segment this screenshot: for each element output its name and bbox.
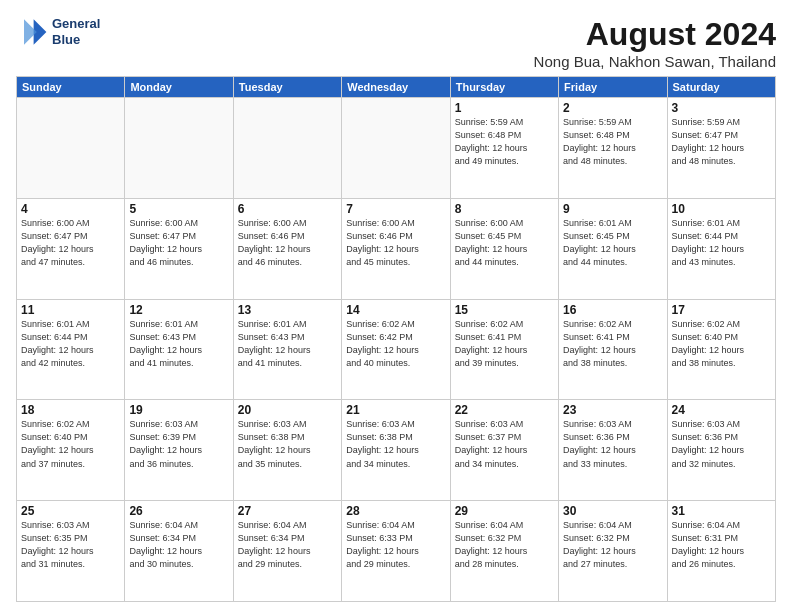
day-info: Sunrise: 6:03 AM Sunset: 6:35 PM Dayligh… [21, 519, 120, 571]
calendar-cell: 26Sunrise: 6:04 AM Sunset: 6:34 PM Dayli… [125, 501, 233, 602]
day-info: Sunrise: 6:04 AM Sunset: 6:32 PM Dayligh… [455, 519, 554, 571]
day-number: 13 [238, 303, 337, 317]
day-info: Sunrise: 6:02 AM Sunset: 6:42 PM Dayligh… [346, 318, 445, 370]
week-row-2: 11Sunrise: 6:01 AM Sunset: 6:44 PM Dayli… [17, 299, 776, 400]
day-number: 25 [21, 504, 120, 518]
day-number: 31 [672, 504, 771, 518]
day-info: Sunrise: 6:01 AM Sunset: 6:43 PM Dayligh… [238, 318, 337, 370]
day-number: 9 [563, 202, 662, 216]
calendar-cell [342, 98, 450, 199]
day-info: Sunrise: 6:04 AM Sunset: 6:32 PM Dayligh… [563, 519, 662, 571]
day-number: 19 [129, 403, 228, 417]
calendar-cell: 8Sunrise: 6:00 AM Sunset: 6:45 PM Daylig… [450, 198, 558, 299]
day-info: Sunrise: 5:59 AM Sunset: 6:48 PM Dayligh… [563, 116, 662, 168]
day-info: Sunrise: 6:03 AM Sunset: 6:37 PM Dayligh… [455, 418, 554, 470]
day-number: 6 [238, 202, 337, 216]
day-info: Sunrise: 6:03 AM Sunset: 6:39 PM Dayligh… [129, 418, 228, 470]
week-row-1: 4Sunrise: 6:00 AM Sunset: 6:47 PM Daylig… [17, 198, 776, 299]
calendar-cell [17, 98, 125, 199]
day-number: 30 [563, 504, 662, 518]
week-row-4: 25Sunrise: 6:03 AM Sunset: 6:35 PM Dayli… [17, 501, 776, 602]
calendar-cell: 17Sunrise: 6:02 AM Sunset: 6:40 PM Dayli… [667, 299, 775, 400]
day-number: 12 [129, 303, 228, 317]
day-info: Sunrise: 6:00 AM Sunset: 6:47 PM Dayligh… [129, 217, 228, 269]
calendar-cell [125, 98, 233, 199]
calendar-cell: 20Sunrise: 6:03 AM Sunset: 6:38 PM Dayli… [233, 400, 341, 501]
weekday-header-saturday: Saturday [667, 77, 775, 98]
day-info: Sunrise: 5:59 AM Sunset: 6:48 PM Dayligh… [455, 116, 554, 168]
day-number: 18 [21, 403, 120, 417]
day-number: 22 [455, 403, 554, 417]
day-number: 21 [346, 403, 445, 417]
day-info: Sunrise: 6:02 AM Sunset: 6:41 PM Dayligh… [455, 318, 554, 370]
day-info: Sunrise: 6:01 AM Sunset: 6:44 PM Dayligh… [21, 318, 120, 370]
calendar-cell: 25Sunrise: 6:03 AM Sunset: 6:35 PM Dayli… [17, 501, 125, 602]
logo: General Blue [16, 16, 100, 48]
title-block: August 2024 Nong Bua, Nakhon Sawan, Thai… [534, 16, 776, 70]
day-info: Sunrise: 5:59 AM Sunset: 6:47 PM Dayligh… [672, 116, 771, 168]
day-info: Sunrise: 6:04 AM Sunset: 6:31 PM Dayligh… [672, 519, 771, 571]
day-number: 20 [238, 403, 337, 417]
day-number: 10 [672, 202, 771, 216]
calendar-cell: 16Sunrise: 6:02 AM Sunset: 6:41 PM Dayli… [559, 299, 667, 400]
calendar-cell: 29Sunrise: 6:04 AM Sunset: 6:32 PM Dayli… [450, 501, 558, 602]
day-number: 28 [346, 504, 445, 518]
calendar-cell: 23Sunrise: 6:03 AM Sunset: 6:36 PM Dayli… [559, 400, 667, 501]
day-number: 4 [21, 202, 120, 216]
day-info: Sunrise: 6:03 AM Sunset: 6:36 PM Dayligh… [672, 418, 771, 470]
day-number: 3 [672, 101, 771, 115]
calendar-cell: 21Sunrise: 6:03 AM Sunset: 6:38 PM Dayli… [342, 400, 450, 501]
calendar-cell: 27Sunrise: 6:04 AM Sunset: 6:34 PM Dayli… [233, 501, 341, 602]
weekday-header-friday: Friday [559, 77, 667, 98]
day-info: Sunrise: 6:04 AM Sunset: 6:33 PM Dayligh… [346, 519, 445, 571]
day-number: 8 [455, 202, 554, 216]
calendar-cell: 1Sunrise: 5:59 AM Sunset: 6:48 PM Daylig… [450, 98, 558, 199]
day-info: Sunrise: 6:00 AM Sunset: 6:46 PM Dayligh… [346, 217, 445, 269]
week-row-0: 1Sunrise: 5:59 AM Sunset: 6:48 PM Daylig… [17, 98, 776, 199]
day-number: 26 [129, 504, 228, 518]
day-info: Sunrise: 6:02 AM Sunset: 6:40 PM Dayligh… [21, 418, 120, 470]
day-number: 16 [563, 303, 662, 317]
calendar-cell: 9Sunrise: 6:01 AM Sunset: 6:45 PM Daylig… [559, 198, 667, 299]
calendar-cell: 15Sunrise: 6:02 AM Sunset: 6:41 PM Dayli… [450, 299, 558, 400]
weekday-header-wednesday: Wednesday [342, 77, 450, 98]
day-number: 2 [563, 101, 662, 115]
day-number: 7 [346, 202, 445, 216]
weekday-header-row: SundayMondayTuesdayWednesdayThursdayFrid… [17, 77, 776, 98]
day-info: Sunrise: 6:02 AM Sunset: 6:40 PM Dayligh… [672, 318, 771, 370]
page: General Blue August 2024 Nong Bua, Nakho… [0, 0, 792, 612]
day-info: Sunrise: 6:02 AM Sunset: 6:41 PM Dayligh… [563, 318, 662, 370]
calendar-cell: 14Sunrise: 6:02 AM Sunset: 6:42 PM Dayli… [342, 299, 450, 400]
calendar-cell: 13Sunrise: 6:01 AM Sunset: 6:43 PM Dayli… [233, 299, 341, 400]
calendar-cell: 5Sunrise: 6:00 AM Sunset: 6:47 PM Daylig… [125, 198, 233, 299]
calendar-table: SundayMondayTuesdayWednesdayThursdayFrid… [16, 76, 776, 602]
day-number: 15 [455, 303, 554, 317]
calendar-cell: 31Sunrise: 6:04 AM Sunset: 6:31 PM Dayli… [667, 501, 775, 602]
calendar-cell: 4Sunrise: 6:00 AM Sunset: 6:47 PM Daylig… [17, 198, 125, 299]
weekday-header-tuesday: Tuesday [233, 77, 341, 98]
calendar-cell: 2Sunrise: 5:59 AM Sunset: 6:48 PM Daylig… [559, 98, 667, 199]
day-info: Sunrise: 6:04 AM Sunset: 6:34 PM Dayligh… [238, 519, 337, 571]
day-number: 24 [672, 403, 771, 417]
day-number: 23 [563, 403, 662, 417]
calendar-cell: 30Sunrise: 6:04 AM Sunset: 6:32 PM Dayli… [559, 501, 667, 602]
day-number: 5 [129, 202, 228, 216]
day-info: Sunrise: 6:03 AM Sunset: 6:38 PM Dayligh… [238, 418, 337, 470]
logo-text: General Blue [52, 16, 100, 47]
sub-title: Nong Bua, Nakhon Sawan, Thailand [534, 53, 776, 70]
day-info: Sunrise: 6:03 AM Sunset: 6:36 PM Dayligh… [563, 418, 662, 470]
weekday-header-sunday: Sunday [17, 77, 125, 98]
day-info: Sunrise: 6:01 AM Sunset: 6:44 PM Dayligh… [672, 217, 771, 269]
day-number: 27 [238, 504, 337, 518]
calendar-cell: 24Sunrise: 6:03 AM Sunset: 6:36 PM Dayli… [667, 400, 775, 501]
calendar-cell: 19Sunrise: 6:03 AM Sunset: 6:39 PM Dayli… [125, 400, 233, 501]
day-info: Sunrise: 6:00 AM Sunset: 6:45 PM Dayligh… [455, 217, 554, 269]
main-title: August 2024 [534, 16, 776, 53]
calendar-cell: 6Sunrise: 6:00 AM Sunset: 6:46 PM Daylig… [233, 198, 341, 299]
day-number: 1 [455, 101, 554, 115]
day-info: Sunrise: 6:03 AM Sunset: 6:38 PM Dayligh… [346, 418, 445, 470]
logo-icon [16, 16, 48, 48]
calendar-cell: 7Sunrise: 6:00 AM Sunset: 6:46 PM Daylig… [342, 198, 450, 299]
day-number: 11 [21, 303, 120, 317]
day-number: 29 [455, 504, 554, 518]
